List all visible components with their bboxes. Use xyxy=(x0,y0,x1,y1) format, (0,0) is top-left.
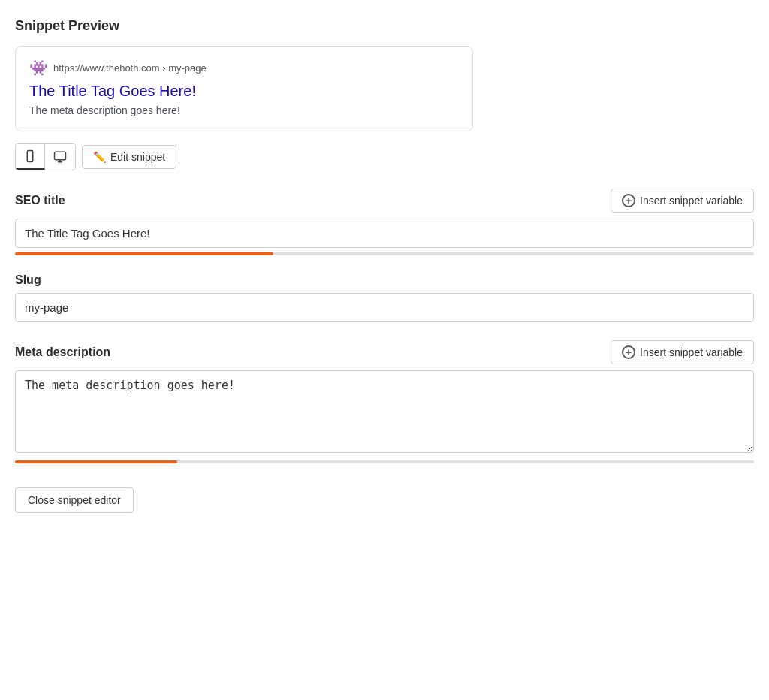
slug-section: Slug xyxy=(15,273,754,322)
seo-title-progress-bar xyxy=(15,252,754,255)
seo-title-progress-fill xyxy=(15,252,273,255)
snippet-url: https://www.thehoth.com › my-page xyxy=(53,62,207,74)
slug-label: Slug xyxy=(15,273,41,287)
snippet-meta-description: The meta description goes here! xyxy=(29,104,180,116)
meta-description-header: Meta description + Insert snippet variab… xyxy=(15,340,754,364)
meta-description-insert-variable-label: Insert snippet variable xyxy=(640,346,743,358)
meta-description-progress-fill xyxy=(15,460,177,463)
close-snippet-editor-button[interactable]: Close snippet editor xyxy=(15,487,134,513)
snippet-url-row: 👾 https://www.thehoth.com › my-page xyxy=(29,59,459,77)
snippet-preview-card: 👾 https://www.thehoth.com › my-page The … xyxy=(15,46,473,131)
mobile-device-button[interactable] xyxy=(16,144,45,170)
edit-snippet-label: Edit snippet xyxy=(110,151,165,163)
seo-title-header: SEO title + Insert snippet variable xyxy=(15,189,754,213)
svg-rect-0 xyxy=(27,150,33,161)
snippet-preview-heading: Snippet Preview xyxy=(15,18,754,34)
plus-circle-icon: + xyxy=(622,194,635,207)
edit-snippet-button[interactable]: ✏️ Edit snippet xyxy=(82,145,176,169)
desktop-device-button[interactable] xyxy=(45,144,75,170)
meta-description-textarea[interactable]: The meta description goes here! xyxy=(15,370,754,453)
meta-description-section: Meta description + Insert snippet variab… xyxy=(15,340,754,463)
meta-description-insert-variable-button[interactable]: + Insert snippet variable xyxy=(611,340,754,364)
snippet-favicon: 👾 xyxy=(29,59,47,77)
seo-title-input[interactable] xyxy=(15,219,754,248)
seo-title-insert-variable-button[interactable]: + Insert snippet variable xyxy=(611,189,754,213)
pencil-icon: ✏️ xyxy=(93,151,106,163)
svg-rect-2 xyxy=(55,152,66,160)
plus-circle-icon-meta: + xyxy=(622,345,635,359)
seo-title-insert-variable-label: Insert snippet variable xyxy=(640,195,743,207)
slug-input[interactable] xyxy=(15,293,754,322)
seo-title-label: SEO title xyxy=(15,194,65,207)
meta-description-progress-bar xyxy=(15,460,754,463)
device-toggle-group xyxy=(15,143,76,170)
snippet-title[interactable]: The Title Tag Goes Here! xyxy=(29,81,459,101)
slug-header: Slug xyxy=(15,273,754,287)
seo-title-section: SEO title + Insert snippet variable xyxy=(15,189,754,255)
meta-description-label: Meta description xyxy=(15,345,110,359)
device-toolbar: ✏️ Edit snippet xyxy=(15,143,754,170)
